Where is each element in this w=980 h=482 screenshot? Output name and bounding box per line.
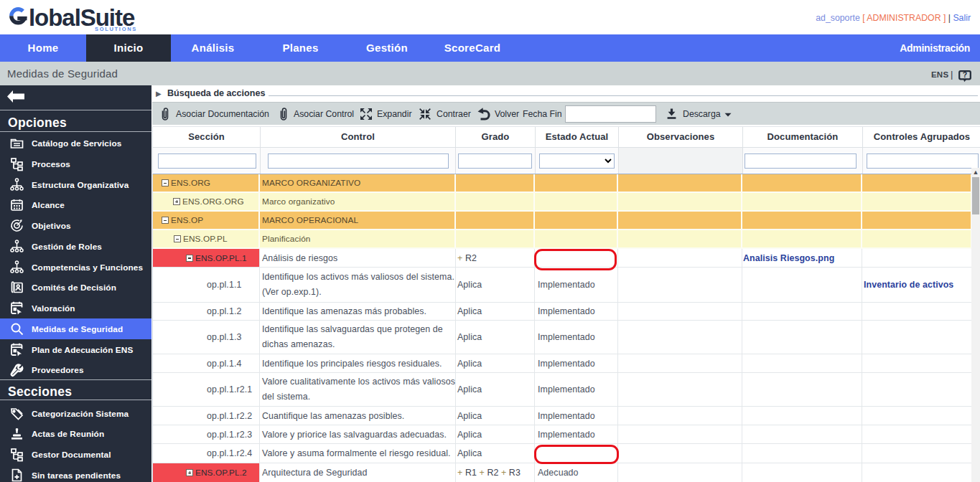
svg-text:?: ? xyxy=(963,70,967,79)
